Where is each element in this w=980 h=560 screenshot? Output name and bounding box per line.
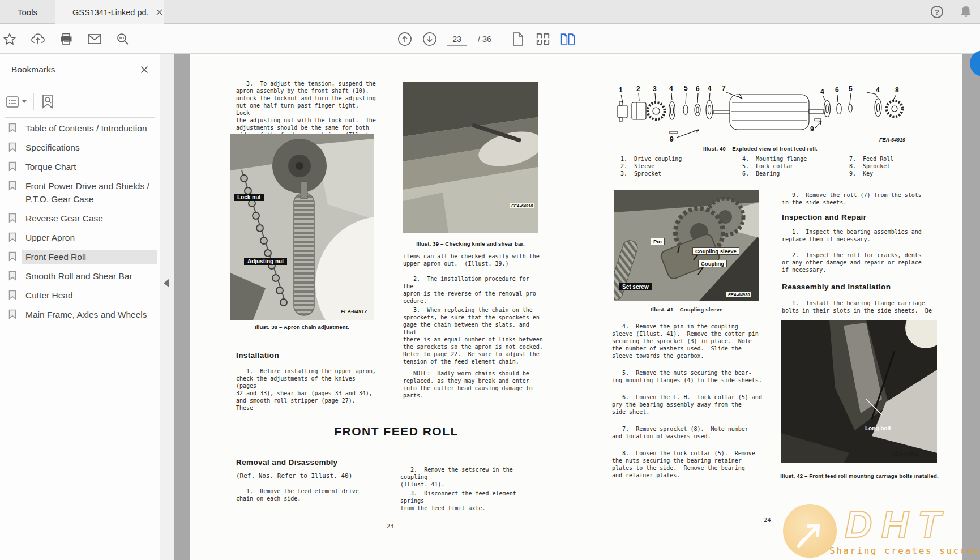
bookmark-item[interactable]: Main Frame, Axles and Wheels bbox=[8, 307, 157, 322]
set-screw-label: Set screw bbox=[619, 283, 652, 290]
next-page-icon[interactable] bbox=[422, 32, 437, 46]
illust-39-photo: FEA-64918 bbox=[403, 82, 538, 233]
svg-text:?: ? bbox=[935, 8, 939, 16]
bookmark-item[interactable]: Reverse Gear Case bbox=[8, 211, 157, 225]
watermark-logo-circle bbox=[783, 504, 837, 558]
p23-ref-note: (Ref. Nos. Refer to Illust. 40) bbox=[236, 472, 379, 480]
tab-tools-label: Tools bbox=[18, 7, 37, 17]
bookmark-icon bbox=[8, 271, 17, 281]
search-icon[interactable] bbox=[115, 32, 130, 46]
figure-id: FEA-64917 bbox=[341, 309, 367, 314]
bookmarks-title: Bookmarks bbox=[11, 65, 55, 75]
illust-41-photo: Pin Coupling sleeve Coupling Set screw F… bbox=[614, 190, 759, 301]
p24-step: 5. Remove the nuts securing the bear- in… bbox=[612, 369, 764, 384]
notifications-bell-icon[interactable] bbox=[960, 5, 972, 19]
inspection-heading: Inspection and Repair bbox=[782, 213, 866, 221]
favorite-star-icon[interactable] bbox=[2, 32, 17, 46]
tab-document[interactable]: GSS1341-Linked pd... bbox=[55, 0, 164, 24]
close-bookmarks-icon[interactable] bbox=[140, 66, 148, 74]
bookmark-item[interactable]: Front Power Drive and Shields / P.T.O. G… bbox=[8, 179, 157, 206]
bookmarks-panel: Bookmarks Table of Co bbox=[0, 54, 160, 560]
callout: 4 bbox=[669, 85, 673, 92]
reassembly-heading: Reassembly and Installation bbox=[782, 283, 891, 291]
illust-42-photo: Long bolt FEA-64921 bbox=[781, 320, 937, 463]
bookmark-item-label: Torque Chart bbox=[22, 160, 157, 174]
find-current-bookmark-icon[interactable] bbox=[41, 94, 55, 110]
bookmark-item[interactable]: Upper Apron bbox=[8, 230, 157, 245]
sidebar-gutter bbox=[160, 54, 174, 560]
lock-nut-label: Lock nut bbox=[234, 194, 264, 201]
bookmark-item-label: Specifications bbox=[22, 140, 157, 155]
bookmark-icon bbox=[8, 123, 17, 133]
illust-41-caption: Illust. 41 – Coupling sleeve bbox=[614, 306, 759, 313]
watermark-brand: DHT bbox=[845, 502, 950, 546]
thumbnail-view-icon[interactable] bbox=[536, 32, 550, 46]
part-item: 7. Feed Roll bbox=[849, 155, 893, 163]
two-page-view-icon[interactable] bbox=[560, 32, 575, 46]
bookmark-item-label: Table of Contents / Introduction bbox=[22, 121, 157, 135]
part-item: 3. Sprocket bbox=[620, 170, 682, 177]
page-23-number: 23 bbox=[387, 523, 394, 529]
figure-id: FEA-64918 bbox=[510, 203, 534, 208]
illust-40-caption: Illust. 40 – Exploded view of front feed… bbox=[670, 146, 851, 152]
page-number-input[interactable] bbox=[447, 32, 467, 46]
part-item: 1. Drive coupling bbox=[620, 155, 682, 163]
p24-step: 8. Loosen the lock collar (5). Remove th… bbox=[612, 450, 764, 479]
bookmark-icon bbox=[8, 290, 17, 300]
callout: 5 bbox=[849, 85, 853, 93]
figure-id: FEA-64919 bbox=[841, 137, 905, 143]
page-total-label: / 36 bbox=[478, 35, 491, 44]
bookmark-item[interactable]: Smooth Roll and Shear Bar bbox=[8, 269, 157, 283]
pdf-page-spread: 3. To adjust the tension, suspend the ap… bbox=[190, 54, 962, 560]
callout: 6 bbox=[835, 86, 839, 94]
part-item: 5. Lock collar bbox=[742, 163, 807, 170]
bookmark-item[interactable]: Table of Contents / Introduction bbox=[8, 121, 157, 135]
callout: 1 bbox=[619, 86, 623, 94]
p23-removal-step-3: 3. Disconnect the feed element springs f… bbox=[400, 490, 543, 512]
p23-items-paragraph: items can all be checked easily with the… bbox=[403, 253, 542, 267]
bookmark-icon bbox=[8, 309, 17, 319]
bookmark-icon bbox=[8, 213, 17, 223]
callout: 8 bbox=[895, 86, 899, 94]
share-upload-icon[interactable] bbox=[31, 32, 45, 46]
p24-step: 4. Remove the pin in the coupling sleeve… bbox=[612, 323, 764, 360]
previous-page-icon[interactable] bbox=[397, 32, 412, 46]
p24-step: 7. Remove sprocket (8). Note number and … bbox=[612, 425, 764, 440]
close-tab-icon[interactable] bbox=[155, 8, 164, 17]
part-item: 9. Key bbox=[849, 170, 893, 177]
email-icon[interactable] bbox=[87, 32, 102, 46]
long-bolt-label: Long bolt bbox=[865, 425, 891, 431]
single-page-view-icon[interactable] bbox=[511, 32, 525, 46]
bookmark-item[interactable]: Cutter Head bbox=[8, 288, 157, 302]
p24-steps: 4. Remove the pin in the coupling sleeve… bbox=[612, 323, 764, 489]
bookmark-options-icon[interactable] bbox=[6, 95, 19, 109]
p23-install2-paragraph: 2. The installation procedure for the ap… bbox=[403, 275, 542, 305]
chevron-down-icon[interactable] bbox=[22, 100, 27, 103]
installation-heading: Installation bbox=[236, 351, 279, 360]
p24-reassembly-1: 1. Install the bearing flange carriage b… bbox=[782, 300, 934, 314]
help-icon[interactable]: ? bbox=[930, 5, 944, 19]
viewer-main: Bookmarks Table of Co bbox=[0, 54, 980, 560]
bookmark-icon bbox=[8, 142, 17, 152]
illust-39-caption: Illust. 39 – Checking knife and shear ba… bbox=[403, 241, 538, 247]
callout: 4 bbox=[708, 85, 712, 92]
bookmark-item[interactable]: Torque Chart bbox=[8, 160, 157, 174]
bookmark-item[interactable]: Specifications bbox=[8, 140, 157, 155]
collapse-sidebar-icon[interactable] bbox=[164, 279, 169, 287]
bookmark-icon bbox=[8, 251, 17, 262]
adjusting-nut-label: Adjusting nut bbox=[244, 258, 287, 265]
part-item: 4. Mounting flange bbox=[742, 155, 807, 163]
bookmark-item-label: Smooth Roll and Shear Bar bbox=[22, 269, 157, 283]
callout: 9 bbox=[670, 135, 674, 143]
print-icon[interactable] bbox=[59, 32, 74, 46]
p24-inspect-1: 1. Inspect the bearing assemblies and re… bbox=[782, 228, 934, 243]
bookmark-item[interactable]: Front Feed Roll bbox=[8, 250, 157, 264]
p24-inspect-2: 2. Inspect the roll for cracks, dents or… bbox=[782, 251, 934, 273]
callout: 3 bbox=[653, 85, 657, 93]
bookmark-item-label: Upper Apron bbox=[22, 230, 157, 245]
front-feed-roll-heading: FRONT FEED ROLL bbox=[300, 425, 493, 438]
bookmark-item-label: Front Feed Roll bbox=[22, 250, 157, 264]
p23-removal-step-1: 1. Remove the feed element drive chain o… bbox=[236, 488, 379, 502]
part-item: 6. Bearing bbox=[742, 170, 807, 177]
tab-tools[interactable]: Tools bbox=[0, 0, 55, 24]
